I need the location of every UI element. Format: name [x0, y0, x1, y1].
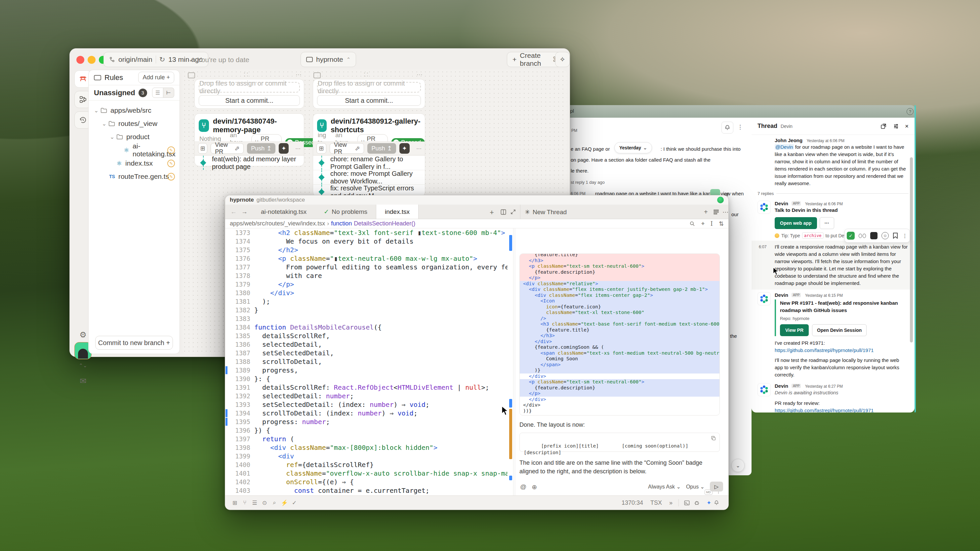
terminal-icon[interactable] — [684, 500, 694, 506]
help-icon[interactable]: ? — [907, 108, 913, 115]
close-traffic-light[interactable] — [76, 56, 84, 64]
panel-new-icon[interactable]: + — [704, 208, 708, 216]
thread-reply-link[interactable]: st reply 1 day ago — [571, 180, 605, 185]
code-line[interactable]: 1398 <div className="max-[800px]:block h… — [225, 443, 508, 452]
review-comment-button[interactable]: ⊞ — [317, 143, 326, 154]
feedback-mail-icon[interactable]: ✉ — [75, 373, 92, 390]
code-line[interactable]: 1401 className="overflow-x-auto scrollba… — [225, 469, 508, 478]
lane-menu-icon[interactable]: ⋯ — [417, 71, 423, 78]
push-button[interactable]: Push↥ — [247, 143, 275, 154]
send-button[interactable]: ▷ — [710, 481, 723, 492]
minimize-traffic-light[interactable] — [88, 56, 95, 64]
branch-menu-icon[interactable]: ⋯ — [295, 145, 301, 152]
model-select[interactable]: Opus ⌄ — [686, 484, 705, 490]
project-switcher[interactable]: hyprnote ⌃ — [301, 52, 356, 67]
code-line[interactable]: 1386 selectedDetail, — [225, 340, 508, 349]
code-line[interactable]: 1388 scrollToDetail, — [225, 357, 508, 366]
editor-titlebar[interactable]: hyprnote gitbutler/workspace — [225, 195, 729, 205]
pr-link[interactable]: https://github.com/fastrepl/hyprnote/pul… — [775, 407, 908, 413]
eyes-reaction-icon[interactable] — [859, 234, 866, 238]
add-reaction-icon[interactable]: ☺ — [881, 232, 889, 239]
layout-grid-icon[interactable]: ⊞ — [230, 499, 240, 507]
code-line[interactable]: 1380 </div> — [225, 289, 508, 297]
notifications-bell-icon[interactable] — [714, 500, 724, 505]
drag-handle-icon[interactable]: ⸬ — [364, 71, 368, 78]
tab-index-tsx[interactable]: index.tsx — [376, 205, 418, 219]
open-web-app-button[interactable]: Open web app — [775, 217, 817, 229]
code-line[interactable]: 1396}) { — [225, 426, 508, 435]
code-line[interactable]: 1389 progress, — [225, 366, 508, 375]
review-comment-button[interactable]: ⊞ — [198, 143, 207, 154]
author-name[interactable]: Devin — [775, 292, 788, 298]
thread-scrollbar[interactable] — [910, 157, 913, 343]
drop-files-zone[interactable]: Drop files to assign or commit directly — [317, 82, 421, 92]
code-line[interactable]: 1373 <h2 className="text-3xl font-serif … — [225, 229, 508, 237]
panel-toggle-icon[interactable] — [188, 72, 195, 78]
code-line[interactable]: 1400 ref={detailsScrollRef} — [225, 460, 508, 469]
tree-folder[interactable]: ⌄ apps/web/src — [89, 104, 180, 117]
mention-context-icon[interactable]: @ — [520, 483, 527, 491]
tree-file[interactable]: TS routeTree.gen.ts ✎ — [89, 170, 180, 183]
drag-handle-icon[interactable]: ⸬ — [244, 71, 248, 78]
lane-menu-icon[interactable]: ⋯ — [296, 71, 302, 78]
tab-no-problems[interactable]: ✓No problems — [315, 205, 376, 219]
expand-icon[interactable] — [510, 209, 516, 215]
compare-icon[interactable]: ⇅ — [719, 220, 724, 227]
view-pr-button[interactable]: View PR⬀ — [329, 143, 364, 154]
check-reaction-icon[interactable]: ✓ — [847, 232, 855, 240]
fold-icon[interactable]: » — [669, 499, 673, 507]
panel-menu-icon[interactable]: ⋯ — [722, 208, 729, 216]
branch-card[interactable]: ⑂ devin/1764380912-gallery-shortcuts ing… — [313, 113, 425, 197]
new-tab-icon[interactable]: + — [490, 208, 494, 217]
start-commit-button[interactable]: Start a commit... — [317, 95, 421, 106]
code-line[interactable]: 1391 detailsScrollRef: React.RefObject<H… — [225, 383, 508, 392]
zap-icon[interactable]: ⚡ — [279, 499, 289, 507]
view-pr-button[interactable]: View PR⬀ — [211, 143, 244, 154]
code-line[interactable]: 1393 setSelectedDetail: (index: number) … — [225, 400, 508, 409]
tab-ai-notetaking[interactable]: ai-notetaking.tsx — [252, 205, 315, 219]
code-line[interactable]: 1377 From powerful editing to seamless o… — [225, 263, 508, 272]
message-more-button[interactable]: ··· — [819, 217, 834, 229]
language-mode[interactable]: TSX — [651, 499, 662, 507]
code-line[interactable]: 1390}: { — [225, 375, 508, 383]
code-line[interactable]: 1381 ); — [225, 297, 508, 306]
check-icon[interactable]: ✓ — [289, 499, 299, 507]
drop-files-zone[interactable]: Drop files to assign or commit directly — [199, 82, 300, 92]
open-in-window-icon[interactable] — [880, 123, 886, 129]
tree-folder[interactable]: ⌄ routes/_view — [89, 117, 180, 130]
gitbutler-titlebar[interactable]: origin/main ↻ 13 min ago ✓You're up to d… — [70, 49, 570, 68]
code-scrollbar[interactable] — [508, 229, 514, 495]
date-pill[interactable]: Yesterday⌄ — [614, 142, 652, 153]
commit-row[interactable]: feat(web): add memory layer product page — [195, 156, 304, 170]
code-line[interactable]: 1384function DetailsMobileCarousel({ — [225, 323, 508, 332]
author-name[interactable]: Devin — [775, 383, 788, 389]
search-icon[interactable] — [689, 221, 695, 227]
add-rule-button[interactable]: Add rule + — [138, 72, 174, 83]
code-line[interactable]: 1376 <p className="▮text-neutral-600 max… — [225, 254, 508, 263]
code-line[interactable]: 1394 scrollToDetail: (index: number) ⇒ v… — [225, 409, 508, 418]
cursor-tool-icon[interactable]: ⌖ — [701, 220, 705, 227]
author-name[interactable]: Devin — [775, 201, 788, 206]
copy-icon[interactable] — [711, 436, 716, 441]
open-devin-session-button[interactable]: Open Devin Session — [812, 324, 867, 336]
debug-bug-icon[interactable] — [694, 500, 704, 506]
view-pr-button[interactable]: View PR — [780, 324, 809, 336]
code-line[interactable]: 1402 onScroll={(e) ⇒ { — [225, 478, 508, 486]
jump-to-latest-icon[interactable]: ⌄ — [731, 459, 745, 472]
permission-mode-select[interactable]: Always Ask ⌄ — [648, 484, 681, 490]
collab-icon[interactable]: ⊙ — [259, 499, 269, 507]
mention[interactable]: @Devin — [775, 144, 794, 150]
branch-card[interactable]: ⑂ devin/1764380749-memory-page Nothing t… — [194, 113, 304, 166]
commit-row[interactable]: chore: rename Gallery to Prompt Gallery … — [313, 156, 425, 170]
tree-folder[interactable]: ⌄ product — [89, 130, 180, 143]
code-line[interactable]: 1378 with care — [225, 272, 508, 280]
list-view-toggle[interactable]: ☰ — [152, 87, 163, 98]
code-line[interactable]: 1395 progress: number; — [225, 418, 508, 426]
tree-file[interactable]: ⚛ index.tsx ✎ — [89, 157, 180, 170]
emoji-reaction-icon[interactable] — [870, 232, 878, 239]
text-cursor-icon[interactable]: I — [711, 220, 713, 227]
nav-forward-icon[interactable]: → — [240, 205, 252, 219]
commit-to-new-branch-button[interactable]: Commit to new branch + — [95, 336, 173, 350]
code-line[interactable]: 1383 — [225, 314, 508, 323]
code-line[interactable]: 1379 </p> — [225, 280, 508, 289]
